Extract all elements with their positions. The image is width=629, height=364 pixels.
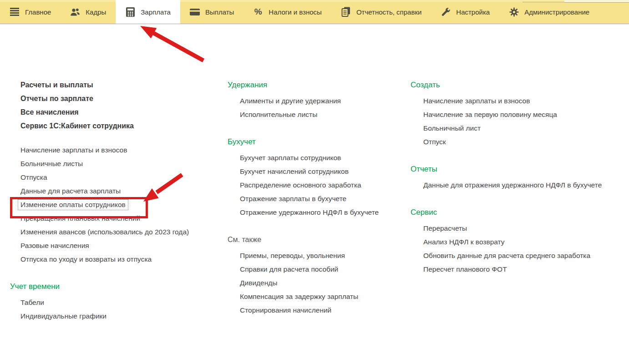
- menu-item[interactable]: Индивидуальные графики: [20, 309, 222, 323]
- tab-zarplata[interactable]: Зарплата: [116, 0, 180, 24]
- calculator-icon: [125, 7, 135, 17]
- menu-item[interactable]: Анализ НДФЛ к возврату: [423, 235, 628, 249]
- menu-column-2: УдержанияАлименты и другие удержанияИспо…: [228, 78, 407, 317]
- menu-item-label: Перерасчеты: [423, 224, 467, 232]
- menu-item-label: Отпуск: [423, 138, 446, 146]
- menu-item-label: Бухучет зарплаты сотрудников: [240, 154, 341, 162]
- menu-item[interactable]: Компенсация за задержку зарплаты: [240, 290, 407, 303]
- section-header: Удержания: [228, 78, 407, 92]
- menu-item-label: Отчеты по зарплате: [20, 95, 93, 102]
- section-header: Отчеты: [411, 162, 628, 176]
- menu-item[interactable]: Прекращения плановых начислений: [20, 212, 222, 225]
- menu-item-label: Данные для отражения удержанного НДФЛ в …: [423, 181, 602, 189]
- menu-column-1: Расчеты и выплатыОтчеты по зарплатеВсе н…: [10, 78, 222, 323]
- menu-item[interactable]: Пересчет планового ФОТ: [423, 263, 628, 276]
- menu-item-label: Отпуска по уходу и возвраты из отпуска: [20, 255, 152, 263]
- menu-item-label: Пересчет планового ФОТ: [423, 265, 507, 273]
- menu-item-label: Компенсация за задержку зарплаты: [240, 293, 358, 300]
- menu-item-label: Справки для расчета пособий: [240, 265, 338, 273]
- menu-item[interactable]: Разовые начисления: [20, 239, 222, 253]
- menu-item-label: Изменения авансов (использовались до 202…: [20, 228, 189, 236]
- menu-item[interactable]: Дивиденды: [240, 276, 407, 290]
- tab-vyplaty[interactable]: Выплаты: [180, 0, 243, 24]
- menu-item-label: Сторнирования начислений: [240, 306, 331, 314]
- tab-label: Настройка: [456, 8, 490, 16]
- menu-item[interactable]: Больничный лист: [423, 121, 628, 135]
- menu-item-label: Отпуска: [20, 173, 47, 181]
- menu-item[interactable]: Начисление за первую половину месяца: [423, 108, 628, 121]
- menu-item[interactable]: Данные для расчета зарплаты: [20, 184, 222, 198]
- gear-icon: [509, 7, 519, 17]
- menu-item-label: Исполнительные листы: [240, 111, 317, 118]
- tab-glavnoe[interactable]: Главное: [0, 0, 61, 24]
- menu-column-3: СоздатьНачисление зарплаты и взносовНачи…: [411, 78, 628, 276]
- menu-item-label: Расчеты и выплаты: [20, 81, 93, 89]
- menu-item-label: Распределение основного заработка: [240, 181, 361, 189]
- tab-label: Выплаты: [205, 8, 234, 16]
- topbar: ГлавноеКадрыЗарплатаВыплаты%Налоги и взн…: [0, 0, 629, 24]
- section-header: Создать: [411, 78, 628, 92]
- section-header: Учет времени: [10, 280, 222, 293]
- menu-icon: [10, 7, 20, 17]
- menu-item[interactable]: Начисление зарплаты и взносов: [20, 143, 222, 157]
- menu-item[interactable]: Бухучет зарплаты сотрудников: [240, 151, 407, 165]
- menu-item-label: Больничные листы: [20, 160, 83, 167]
- menu-item-label: Отражение зарплаты в бухучете: [240, 195, 346, 202]
- menu-item-label: Данные для расчета зарплаты: [20, 187, 121, 195]
- menu-item[interactable]: Отпуска: [20, 171, 222, 184]
- menu-item[interactable]: Начисление зарплаты и взносов: [423, 94, 628, 108]
- menu-item[interactable]: Отчеты по зарплате: [20, 92, 222, 106]
- section-header: См. также: [228, 233, 407, 247]
- menu-item-label: Больничный лист: [423, 124, 481, 132]
- menu-item[interactable]: Данные для отражения удержанного НДФЛ в …: [423, 178, 628, 192]
- menu-item[interactable]: Расчеты и выплаты: [20, 78, 222, 92]
- menu-item[interactable]: Приемы, переводы, увольнения: [240, 249, 407, 263]
- people-icon: [70, 7, 80, 17]
- menu-item-label: Приемы, переводы, увольнения: [240, 252, 345, 259]
- tab-label: Налоги и взносы: [269, 8, 322, 16]
- tab-administrirovanie[interactable]: Администрирование: [499, 0, 599, 24]
- menu-item-label: Изменение оплаты сотрудников: [18, 199, 128, 210]
- menu-item[interactable]: Отпуск: [423, 135, 628, 149]
- menu-item-label: Алименты и другие удержания: [240, 97, 341, 105]
- menu-item-label: Все начисления: [20, 108, 79, 116]
- menu-item-label: Обновить данные для расчета среднего зар…: [423, 252, 590, 259]
- menu-item-label: Отражение удержанного НДФЛ в бухучете: [240, 208, 379, 216]
- menu-item[interactable]: Отпуска по уходу и возвраты из отпуска: [20, 253, 222, 266]
- menu-item[interactable]: Отражение зарплаты в бухучете: [240, 192, 407, 206]
- tab-label: Администрирование: [524, 8, 589, 16]
- menu-item[interactable]: Все начисления: [20, 106, 222, 119]
- menu-item[interactable]: Отражение удержанного НДФЛ в бухучете: [240, 206, 407, 219]
- card-icon: [190, 7, 200, 17]
- tab-nastroyka[interactable]: Настройка: [431, 0, 499, 24]
- section-header: Сервис: [411, 206, 628, 219]
- menu-item-label: Начисление зарплаты и взносов: [20, 146, 127, 154]
- menu-item-label: Табели: [20, 298, 44, 306]
- tab-label: Зарплата: [141, 8, 171, 16]
- menu-item[interactable]: Сервис 1С:Кабинет сотрудника: [20, 119, 222, 133]
- red-arrow-to-zarplata-tab: [140, 26, 203, 61]
- menu-item-highlighted[interactable]: Изменение оплаты сотрудников: [20, 198, 222, 212]
- menu-item[interactable]: Обновить данные для расчета среднего зар…: [423, 249, 628, 263]
- menu-item[interactable]: Перерасчеты: [423, 222, 628, 235]
- menu-item[interactable]: Больничные листы: [20, 157, 222, 171]
- window-edge-artifact: [564, 0, 629, 3]
- tab-label: Отчетность, справки: [356, 8, 421, 16]
- menu-item[interactable]: Сторнирования начислений: [240, 303, 407, 317]
- wrench-icon: [441, 7, 451, 17]
- menu-item[interactable]: Алименты и другие удержания: [240, 94, 407, 108]
- menu-item[interactable]: Табели: [20, 296, 222, 309]
- menu-item[interactable]: Справки для расчета пособий: [240, 263, 407, 276]
- menu-item[interactable]: Бухучет начислений сотрудников: [240, 165, 407, 178]
- menu-item[interactable]: Изменения авансов (использовались до 202…: [20, 225, 222, 239]
- section-header: Бухучет: [228, 135, 407, 149]
- tab-nalogi-i-vznosy[interactable]: %Налоги и взносы: [243, 0, 331, 24]
- report-icon: [341, 7, 351, 17]
- tab-otchetnost-spravki[interactable]: Отчетность, справки: [331, 0, 431, 24]
- tab-kadry[interactable]: Кадры: [61, 0, 116, 24]
- menu-item-label: Прекращения плановых начислений: [20, 214, 140, 222]
- tab-label: Главное: [25, 8, 51, 16]
- menu-item[interactable]: Распределение основного заработка: [240, 178, 407, 192]
- menu-item[interactable]: Исполнительные листы: [240, 108, 407, 121]
- menu-item-label: Начисление зарплаты и взносов: [423, 97, 530, 105]
